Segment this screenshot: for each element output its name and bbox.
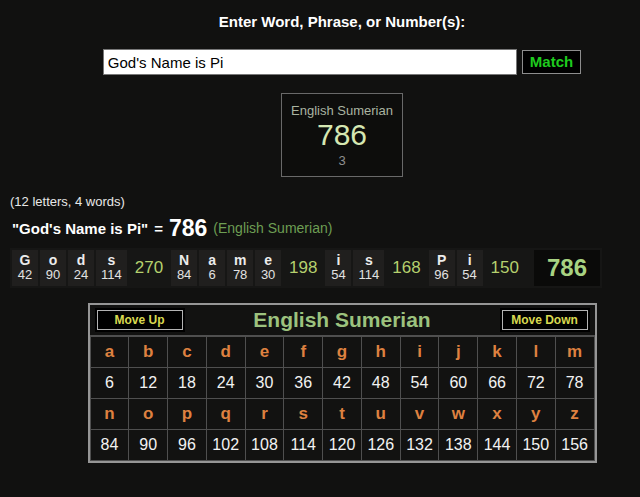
- table-value-cell: 66: [478, 367, 517, 398]
- breakdown-word-group: N84a6m78e30: [171, 250, 281, 286]
- table-value-cell: 12: [129, 367, 168, 398]
- table-letter-cell: g: [323, 336, 362, 367]
- cipher-box-secondary: 3: [282, 153, 402, 168]
- breakdown-letter-value: 54: [462, 268, 478, 283]
- breakdown-letter: i: [330, 252, 346, 268]
- table-value-cell: 54: [400, 367, 439, 398]
- breakdown-letter: m: [232, 252, 248, 268]
- search-input[interactable]: [103, 49, 517, 75]
- breakdown-letter-cell: P96: [429, 250, 455, 286]
- table-letter-cell: m: [555, 336, 594, 367]
- table-letter-cell: r: [245, 398, 284, 429]
- table-row: 6121824303642485460667278: [90, 367, 594, 398]
- table-value-cell: 102: [206, 429, 245, 460]
- table-value-cell: 138: [439, 429, 478, 460]
- breakdown-grand-total: 786: [534, 250, 600, 286]
- table-value-cell: 120: [323, 429, 362, 460]
- breakdown-word-group: P96i54: [429, 250, 483, 286]
- breakdown-letter-cell: G42: [12, 250, 38, 286]
- table-letter-cell: y: [516, 398, 555, 429]
- table-value-cell: 18: [168, 367, 207, 398]
- table-letter-cell: x: [478, 398, 517, 429]
- table-letter-cell: l: [516, 336, 555, 367]
- table-value-cell: 150: [516, 429, 555, 460]
- table-value-cell: 36: [284, 367, 323, 398]
- breakdown-letter-value: 42: [17, 268, 33, 283]
- table-letter-cell: a: [90, 336, 129, 367]
- breakdown-letter: P: [434, 252, 450, 268]
- search-row: Match: [103, 49, 581, 75]
- table-letter-cell: s: [284, 398, 323, 429]
- table-value-cell: 6: [90, 367, 129, 398]
- table-letter-cell: p: [168, 398, 207, 429]
- breakdown-letter-cell: d24: [68, 250, 94, 286]
- table-row: abcdefghijklm: [90, 336, 594, 367]
- table-value-cell: 78: [555, 367, 594, 398]
- breakdown-letter-cell: s114: [96, 250, 127, 286]
- breakdown-word-total: 270: [135, 258, 163, 278]
- cipher-table-header: Move Up English Sumerian Move Down: [90, 305, 595, 336]
- match-button[interactable]: Match: [522, 50, 581, 74]
- table-value-cell: 108: [245, 429, 284, 460]
- breakdown-letter-value: 78: [232, 268, 248, 283]
- breakdown-letter: o: [45, 252, 61, 268]
- table-letter-cell: e: [245, 336, 284, 367]
- breakdown-letter: s: [101, 252, 122, 268]
- table-letter-cell: z: [555, 398, 594, 429]
- breakdown-word-total: 198: [289, 258, 317, 278]
- breakdown-letter-value: 90: [45, 268, 61, 283]
- table-value-cell: 48: [361, 367, 400, 398]
- equation: "God's Name is Pi" = 786 (English Sumeri…: [12, 215, 640, 242]
- table-letter-cell: h: [361, 336, 400, 367]
- move-up-button[interactable]: Move Up: [97, 310, 183, 330]
- table-letter-cell: i: [400, 336, 439, 367]
- cipher-result-box[interactable]: English Sumerian 786 3: [281, 93, 403, 177]
- breakdown-letter-cell: i54: [325, 250, 351, 286]
- table-letter-cell: w: [439, 398, 478, 429]
- table-value-cell: 72: [516, 367, 555, 398]
- table-letter-cell: f: [284, 336, 323, 367]
- cipher-box-title: English Sumerian: [282, 103, 402, 118]
- breakdown-word-total: 168: [392, 258, 420, 278]
- letters-words-count: (12 letters, 4 words): [10, 194, 640, 209]
- breakdown-letter: N: [176, 252, 192, 268]
- table-value-cell: 24: [206, 367, 245, 398]
- table-letter-cell: k: [478, 336, 517, 367]
- cipher-table-body: abcdefghijklm6121824303642485460667278no…: [90, 336, 594, 460]
- breakdown-letter: s: [358, 252, 379, 268]
- table-value-cell: 96: [168, 429, 207, 460]
- move-down-button[interactable]: Move Down: [502, 310, 588, 330]
- table-letter-cell: q: [206, 398, 245, 429]
- cipher-table-title: English Sumerian: [253, 308, 430, 332]
- breakdown-letter-value: 84: [176, 268, 192, 283]
- breakdown-letter: e: [260, 252, 276, 268]
- table-letter-cell: b: [129, 336, 168, 367]
- breakdown-letter-value: 96: [434, 268, 450, 283]
- equation-equals: =: [154, 220, 163, 237]
- breakdown-strip: G42o90d24s114270N84a6m78e30198i54s114168…: [10, 248, 602, 288]
- table-row: 849096102108114120126132138144150156: [90, 429, 594, 460]
- table-letter-cell: o: [129, 398, 168, 429]
- equation-cipher: (English Sumerian): [213, 220, 332, 236]
- table-value-cell: 156: [555, 429, 594, 460]
- breakdown-letter-value: 30: [260, 268, 276, 283]
- breakdown-letter-cell: s114: [353, 250, 384, 286]
- breakdown-word-group: G42o90d24s114: [12, 250, 127, 286]
- breakdown-word-group: i54s114: [325, 250, 384, 286]
- breakdown-letter-value: 114: [358, 268, 379, 283]
- breakdown-letter: G: [17, 252, 33, 268]
- table-letter-cell: t: [323, 398, 362, 429]
- breakdown-letter-cell: e30: [255, 250, 281, 286]
- table-row: nopqrstuvwxyz: [90, 398, 594, 429]
- table-letter-cell: u: [361, 398, 400, 429]
- breakdown-letter-value: 54: [330, 268, 346, 283]
- breakdown-letter: i: [462, 252, 478, 268]
- table-letter-cell: c: [168, 336, 207, 367]
- table-value-cell: 132: [400, 429, 439, 460]
- table-value-cell: 90: [129, 429, 168, 460]
- breakdown-letter-value: 6: [204, 268, 220, 283]
- table-value-cell: 30: [245, 367, 284, 398]
- breakdown-letter-cell: m78: [227, 250, 253, 286]
- cipher-box-value: 786: [282, 118, 402, 153]
- cipher-table: Move Up English Sumerian Move Down abcde…: [88, 303, 597, 463]
